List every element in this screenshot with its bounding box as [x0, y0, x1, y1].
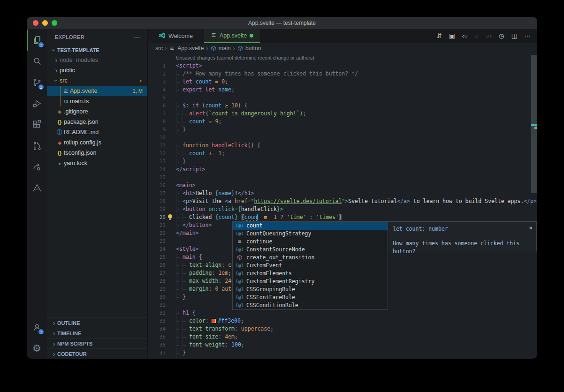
suggestion-CSSGroupingRule[interactable]: [@]CSSGroupingRule [233, 286, 388, 294]
token [206, 150, 209, 157]
activitybar-search-icon[interactable] [27, 51, 47, 72]
code-line-12[interactable]: 12→→count += 1; [148, 150, 537, 158]
explorer-more-actions-icon[interactable]: ⋯ [134, 33, 141, 41]
suggestion-count[interactable]: [@]count [233, 222, 388, 230]
activitybar-source-control-icon[interactable]: 1 [27, 72, 47, 93]
code-line-2[interactable]: 2→/** How many times has someone clicked… [148, 70, 537, 78]
zoom-window-button[interactable] [52, 20, 57, 26]
suggestion-CustomElementRegistry[interactable]: [@]CustomElementRegistry [233, 278, 388, 286]
minimize-window-button[interactable] [42, 20, 48, 26]
code-line-14[interactable]: 14</script> [148, 166, 537, 173]
suggestion-CSSFontFaceRule[interactable]: [@]CSSFontFaceRule [233, 294, 388, 302]
code-line-17[interactable]: 17→<h1>Hello {name}!</h1> [148, 189, 537, 197]
suggestion-continue[interactable]: ≡continue [233, 238, 388, 246]
code-line-10[interactable]: 10 [148, 134, 537, 142]
suggestion-CustomEvent[interactable]: [@]CustomEvent [233, 262, 388, 270]
code-line-18[interactable]: 18→<p>Visit the <a href="https://svelte.… [148, 197, 537, 205]
close-icon[interactable]: × [529, 224, 533, 232]
file-public[interactable]: ›public [47, 65, 147, 75]
suggestion-ConstantSourceNode[interactable]: [@]ConstantSourceNode [233, 246, 388, 254]
code-line-8[interactable]: 8→→count = 9; [148, 118, 537, 126]
activitybar-explorer-icon[interactable]: 1 [27, 30, 47, 51]
file-.gitignore[interactable]: ◈.gitignore [47, 106, 147, 117]
file-src[interactable]: ›src● [47, 75, 147, 86]
glyph-margin [166, 229, 176, 237]
code-line-4[interactable]: 4→export let name; [148, 86, 537, 94]
activitybar-github-pr-icon[interactable] [27, 135, 47, 156]
file-rollup.config.js[interactable]: ◆rollup.config.js [47, 137, 147, 148]
suggestion-customElements[interactable]: [@]customElements [233, 270, 388, 278]
codelens-row[interactable]: Unsaved changes (cannot determine recent… [148, 54, 537, 62]
suggestion-create_out_transition[interactable]: create_out_transition [233, 254, 388, 262]
code-line-36[interactable]: 36→→font-weight: 100; [148, 341, 537, 349]
code-line-33[interactable]: 33→→color: #ff3e00; [148, 317, 537, 325]
code-line-15[interactable]: 15 [148, 173, 537, 181]
section-timeline[interactable]: ›TIMELINE [47, 328, 147, 338]
symbol-variable-icon: [@] [236, 278, 244, 286]
line-number: 17 [148, 189, 166, 197]
code-line-11[interactable]: 11→function handleClick() { [148, 142, 537, 150]
code-line-7[interactable]: 7→→alert(`count is dangerously high!`); [148, 110, 537, 118]
file-node_modules[interactable]: ›node_modules [47, 55, 147, 65]
previous-change-icon[interactable]: ‹○ [462, 33, 468, 39]
code-line-9[interactable]: 9→} [148, 126, 537, 134]
glyph-margin [166, 197, 176, 205]
lightbulb-icon[interactable] [168, 214, 172, 219]
section-npm-scripts[interactable]: ›NPM SCRIPTS [47, 338, 147, 348]
activitybar-live-share-icon[interactable] [27, 156, 47, 177]
token: { [241, 214, 244, 220]
breadcrumb-app-svelte[interactable]: App.svelte [169, 45, 204, 52]
file-package.json[interactable]: {}package.json [47, 117, 147, 127]
symbol-keyword-icon: ≡ [236, 238, 244, 246]
code-line-5[interactable]: 5 [148, 94, 537, 102]
current-change-icon[interactable]: ○ [475, 33, 479, 39]
activitybar-account-icon[interactable]: 1 [27, 317, 47, 338]
file-main.ts[interactable]: TSmain.ts [47, 96, 147, 106]
gitlens-graph-icon[interactable]: ⇵ [436, 33, 442, 39]
line-content: →let count = 0; [176, 78, 228, 86]
suggestion-CountQueuingStrategy[interactable]: [@]CountQueuingStrategy [233, 230, 388, 238]
file-history-icon[interactable]: ◷ [499, 33, 504, 39]
glyph-margin [166, 349, 176, 357]
tab-app-svelte[interactable]: App.svelte [204, 29, 260, 43]
file-tsconfig.json[interactable]: {}tsconfig.json [47, 148, 147, 158]
activitybar-run-debug-icon[interactable] [27, 93, 47, 114]
code-line-3[interactable]: 3→let count = 0; [148, 78, 537, 86]
line-content: →} [176, 293, 186, 301]
split-editor-icon[interactable]: ◫ [511, 33, 518, 39]
activitybar-extensions-icon[interactable] [27, 114, 47, 135]
code-line-16[interactable]: 16<main> [148, 181, 537, 189]
more-actions-icon[interactable]: ⋯ [525, 33, 531, 39]
code-line-19[interactable]: 19→<button on:click={handleClick}> [148, 205, 537, 213]
code-editor[interactable]: Unsaved changes (cannot determine recent… [148, 53, 537, 359]
token: : [209, 286, 215, 292]
next-change-icon[interactable]: ○› [486, 33, 492, 39]
overview-ruler-change-marker [534, 127, 537, 129]
code-line-37[interactable]: 37→} [148, 349, 537, 357]
project-root-row[interactable]: › TEST-TEMPLATE [47, 45, 147, 55]
file-App.svelte[interactable]: App.svelte1, M [47, 86, 147, 96]
activitybar-azure-icon[interactable] [27, 177, 47, 198]
open-changes-icon[interactable]: ▣ [449, 33, 455, 39]
section-codetour[interactable]: ›CODETOUR [47, 348, 147, 359]
token: > [189, 198, 192, 204]
breadcrumb-button[interactable]: button [237, 45, 261, 52]
breadcrumb-src[interactable]: src [155, 45, 163, 52]
code-line-34[interactable]: 34→→text-transform: uppercase; [148, 325, 537, 333]
file-README.md[interactable]: ⓘREADME.md [47, 127, 147, 137]
close-window-button[interactable] [33, 20, 38, 26]
breadcrumb-main[interactable]: main [211, 45, 231, 52]
tab-welcome[interactable]: Welcome [148, 29, 204, 43]
file-yarn.lock[interactable]: ●yarn.lock [47, 158, 147, 168]
code-line-6[interactable]: 6→$: if (count ≥ 10) { [148, 102, 537, 110]
code-line-35[interactable]: 35→→font-size: 4em; [148, 333, 537, 341]
section-outline[interactable]: ›OUTLINE [47, 317, 147, 328]
code-line-13[interactable]: 13→} [148, 158, 537, 166]
code-line-32[interactable]: 32→h1 { [148, 309, 537, 317]
line-number: 29 [148, 285, 166, 293]
indent-whitespace: → [183, 277, 189, 285]
code-line-1[interactable]: 1<script> [148, 62, 537, 70]
activitybar-settings-icon[interactable]: ⚙ [27, 338, 47, 359]
suggestion-CSSConditionRule[interactable]: [@]CSSConditionRule [233, 302, 388, 309]
code-line-20[interactable]: 20→→Clicked {count} {coun ≡ 1 ? 'time' :… [148, 213, 537, 221]
